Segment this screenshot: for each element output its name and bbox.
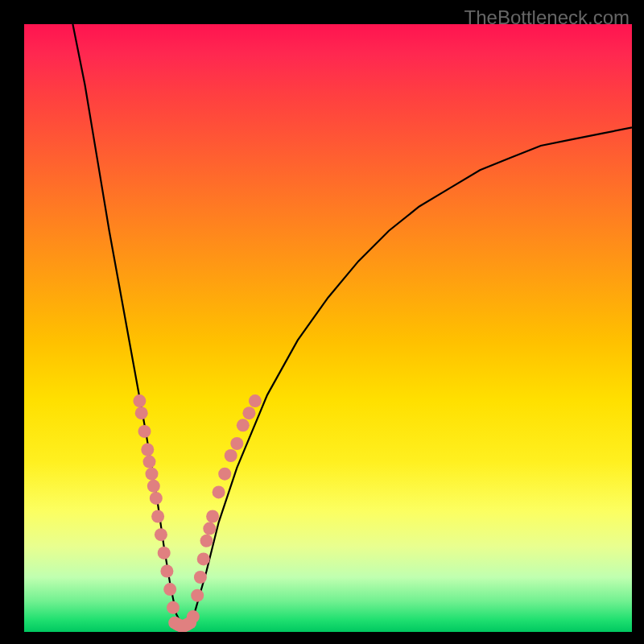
data-point: [150, 492, 163, 505]
data-point: [218, 468, 231, 481]
data-point: [167, 601, 180, 614]
data-point: [143, 456, 156, 469]
data-point: [141, 444, 154, 456]
data-point: [206, 510, 219, 523]
data-point: [197, 552, 210, 565]
plot-area: [24, 24, 632, 632]
scatter-left: [133, 394, 180, 614]
data-point: [213, 485, 225, 498]
data-point: [146, 468, 159, 481]
data-point: [187, 610, 200, 623]
data-point: [163, 583, 176, 596]
data-point: [138, 425, 151, 438]
data-point: [133, 394, 146, 407]
data-point: [155, 528, 167, 541]
data-point: [230, 437, 243, 450]
data-point: [200, 535, 213, 547]
data-point: [237, 419, 250, 431]
data-point: [191, 589, 204, 602]
data-point: [249, 394, 262, 407]
data-point: [135, 407, 148, 419]
data-point: [147, 480, 160, 493]
data-point: [194, 571, 207, 584]
watermark-text: TheBottleneck.com: [464, 6, 630, 29]
chart-svg: [24, 24, 632, 632]
data-point: [151, 510, 164, 523]
data-point: [160, 565, 173, 578]
data-point: [203, 522, 216, 535]
data-point: [225, 449, 237, 462]
data-point: [242, 407, 255, 419]
data-point: [158, 547, 171, 559]
